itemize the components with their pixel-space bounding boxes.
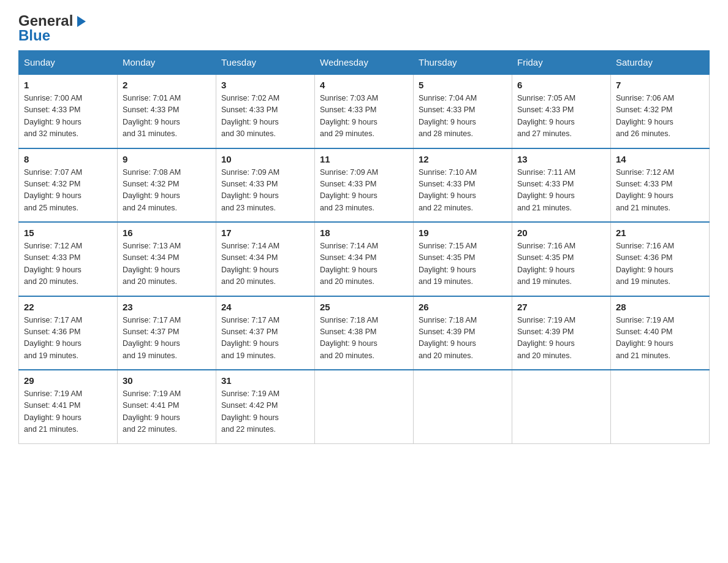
calendar-cell: 30 Sunrise: 7:19 AMSunset: 4:41 PMDaylig…: [118, 370, 216, 443]
weekday-header-sunday: Sunday: [19, 51, 118, 75]
day-number: 17: [221, 228, 309, 238]
day-info: Sunrise: 7:11 AMSunset: 4:33 PMDaylight:…: [517, 167, 605, 215]
calendar-week-3: 15 Sunrise: 7:12 AMSunset: 4:33 PMDaylig…: [19, 222, 710, 296]
calendar-cell: 22 Sunrise: 7:17 AMSunset: 4:36 PMDaylig…: [19, 296, 118, 370]
day-info: Sunrise: 7:16 AMSunset: 4:36 PMDaylight:…: [616, 240, 704, 288]
calendar-cell: [512, 370, 611, 443]
calendar-cell: 3 Sunrise: 7:02 AMSunset: 4:33 PMDayligh…: [216, 74, 315, 148]
calendar-cell: 11 Sunrise: 7:09 AMSunset: 4:33 PMDaylig…: [315, 148, 414, 223]
calendar-cell: 14 Sunrise: 7:12 AMSunset: 4:33 PMDaylig…: [611, 148, 710, 223]
calendar-cell: 16 Sunrise: 7:13 AMSunset: 4:34 PMDaylig…: [118, 222, 216, 296]
day-number: 22: [24, 302, 112, 312]
day-info: Sunrise: 7:14 AMSunset: 4:34 PMDaylight:…: [221, 240, 309, 288]
calendar-cell: 26 Sunrise: 7:18 AMSunset: 4:39 PMDaylig…: [414, 296, 512, 370]
day-info: Sunrise: 7:18 AMSunset: 4:39 PMDaylight:…: [419, 315, 507, 362]
calendar-cell: 10 Sunrise: 7:09 AMSunset: 4:33 PMDaylig…: [216, 148, 315, 223]
day-number: 2: [123, 80, 211, 90]
weekday-header-row: SundayMondayTuesdayWednesdayThursdayFrid…: [19, 51, 710, 75]
day-info: Sunrise: 7:17 AMSunset: 4:37 PMDaylight:…: [221, 315, 309, 362]
day-number: 27: [517, 302, 605, 312]
day-number: 29: [24, 375, 112, 386]
calendar-cell: 4 Sunrise: 7:03 AMSunset: 4:33 PMDayligh…: [315, 74, 414, 148]
day-info: Sunrise: 7:16 AMSunset: 4:35 PMDaylight:…: [517, 240, 605, 288]
calendar-cell: 8 Sunrise: 7:07 AMSunset: 4:32 PMDayligh…: [19, 148, 118, 223]
day-info: Sunrise: 7:02 AMSunset: 4:33 PMDaylight:…: [221, 93, 309, 140]
day-info: Sunrise: 7:00 AMSunset: 4:33 PMDaylight:…: [24, 93, 112, 140]
day-number: 13: [517, 154, 605, 164]
day-info: Sunrise: 7:19 AMSunset: 4:42 PMDaylight:…: [221, 388, 309, 436]
calendar-week-4: 22 Sunrise: 7:17 AMSunset: 4:36 PMDaylig…: [19, 296, 710, 370]
day-info: Sunrise: 7:19 AMSunset: 4:41 PMDaylight:…: [24, 388, 112, 436]
day-number: 7: [616, 80, 704, 90]
day-number: 8: [24, 154, 112, 164]
day-number: 16: [123, 228, 211, 238]
day-number: 4: [320, 80, 408, 90]
calendar-cell: 6 Sunrise: 7:05 AMSunset: 4:33 PMDayligh…: [512, 74, 611, 148]
day-info: Sunrise: 7:09 AMSunset: 4:33 PMDaylight:…: [221, 167, 309, 215]
calendar-cell: 15 Sunrise: 7:12 AMSunset: 4:33 PMDaylig…: [19, 222, 118, 296]
calendar-cell: 1 Sunrise: 7:00 AMSunset: 4:33 PMDayligh…: [19, 74, 118, 148]
calendar-cell: 25 Sunrise: 7:18 AMSunset: 4:38 PMDaylig…: [315, 296, 414, 370]
calendar-cell: 29 Sunrise: 7:19 AMSunset: 4:41 PMDaylig…: [19, 370, 118, 443]
day-info: Sunrise: 7:12 AMSunset: 4:33 PMDaylight:…: [24, 240, 112, 288]
day-number: 18: [320, 228, 408, 238]
day-info: Sunrise: 7:06 AMSunset: 4:32 PMDaylight:…: [616, 93, 704, 140]
logo: General Blue: [18, 12, 88, 44]
calendar-cell: 31 Sunrise: 7:19 AMSunset: 4:42 PMDaylig…: [216, 370, 315, 443]
calendar-table: SundayMondayTuesdayWednesdayThursdayFrid…: [18, 50, 710, 444]
weekday-header-thursday: Thursday: [414, 51, 512, 75]
day-number: 21: [616, 228, 704, 238]
day-number: 6: [517, 80, 605, 90]
svg-marker-0: [77, 16, 86, 27]
calendar-cell: 17 Sunrise: 7:14 AMSunset: 4:34 PMDaylig…: [216, 222, 315, 296]
day-number: 30: [123, 375, 211, 386]
calendar-week-5: 29 Sunrise: 7:19 AMSunset: 4:41 PMDaylig…: [19, 370, 710, 443]
day-info: Sunrise: 7:17 AMSunset: 4:36 PMDaylight:…: [24, 315, 112, 362]
day-number: 19: [419, 228, 507, 238]
calendar-cell: 27 Sunrise: 7:19 AMSunset: 4:39 PMDaylig…: [512, 296, 611, 370]
calendar-cell: [414, 370, 512, 443]
day-info: Sunrise: 7:12 AMSunset: 4:33 PMDaylight:…: [616, 167, 704, 215]
day-info: Sunrise: 7:14 AMSunset: 4:34 PMDaylight:…: [320, 240, 408, 288]
day-info: Sunrise: 7:05 AMSunset: 4:33 PMDaylight:…: [517, 93, 605, 140]
day-info: Sunrise: 7:10 AMSunset: 4:33 PMDaylight:…: [419, 167, 507, 215]
calendar-cell: 19 Sunrise: 7:15 AMSunset: 4:35 PMDaylig…: [414, 222, 512, 296]
calendar-cell: 18 Sunrise: 7:14 AMSunset: 4:34 PMDaylig…: [315, 222, 414, 296]
calendar-cell: 28 Sunrise: 7:19 AMSunset: 4:40 PMDaylig…: [611, 296, 710, 370]
day-number: 14: [616, 154, 704, 164]
day-info: Sunrise: 7:09 AMSunset: 4:33 PMDaylight:…: [320, 167, 408, 215]
day-number: 25: [320, 302, 408, 312]
calendar-cell: 2 Sunrise: 7:01 AMSunset: 4:33 PMDayligh…: [118, 74, 216, 148]
calendar-cell: 9 Sunrise: 7:08 AMSunset: 4:32 PMDayligh…: [118, 148, 216, 223]
day-number: 28: [616, 302, 704, 312]
day-info: Sunrise: 7:19 AMSunset: 4:39 PMDaylight:…: [517, 315, 605, 362]
day-info: Sunrise: 7:08 AMSunset: 4:32 PMDaylight:…: [123, 167, 211, 215]
calendar-cell: 21 Sunrise: 7:16 AMSunset: 4:36 PMDaylig…: [611, 222, 710, 296]
page-header: General Blue: [18, 12, 710, 44]
weekday-header-friday: Friday: [512, 51, 611, 75]
day-number: 3: [221, 80, 309, 90]
day-number: 15: [24, 228, 112, 238]
calendar-cell: [315, 370, 414, 443]
day-number: 12: [419, 154, 507, 164]
weekday-header-saturday: Saturday: [611, 51, 710, 75]
calendar-cell: 5 Sunrise: 7:04 AMSunset: 4:33 PMDayligh…: [414, 74, 512, 148]
day-info: Sunrise: 7:19 AMSunset: 4:41 PMDaylight:…: [123, 388, 211, 436]
day-info: Sunrise: 7:07 AMSunset: 4:32 PMDaylight:…: [24, 167, 112, 215]
calendar-cell: 23 Sunrise: 7:17 AMSunset: 4:37 PMDaylig…: [118, 296, 216, 370]
day-info: Sunrise: 7:19 AMSunset: 4:40 PMDaylight:…: [616, 315, 704, 362]
day-info: Sunrise: 7:17 AMSunset: 4:37 PMDaylight:…: [123, 315, 211, 362]
calendar-cell: 12 Sunrise: 7:10 AMSunset: 4:33 PMDaylig…: [414, 148, 512, 223]
day-number: 23: [123, 302, 211, 312]
day-number: 10: [221, 154, 309, 164]
day-number: 20: [517, 228, 605, 238]
calendar-cell: 13 Sunrise: 7:11 AMSunset: 4:33 PMDaylig…: [512, 148, 611, 223]
calendar-week-2: 8 Sunrise: 7:07 AMSunset: 4:32 PMDayligh…: [19, 148, 710, 223]
day-number: 9: [123, 154, 211, 164]
day-info: Sunrise: 7:18 AMSunset: 4:38 PMDaylight:…: [320, 315, 408, 362]
day-number: 24: [221, 302, 309, 312]
day-number: 5: [419, 80, 507, 90]
day-info: Sunrise: 7:13 AMSunset: 4:34 PMDaylight:…: [123, 240, 211, 288]
weekday-header-tuesday: Tuesday: [216, 51, 315, 75]
logo-flag-icon: [75, 15, 88, 28]
